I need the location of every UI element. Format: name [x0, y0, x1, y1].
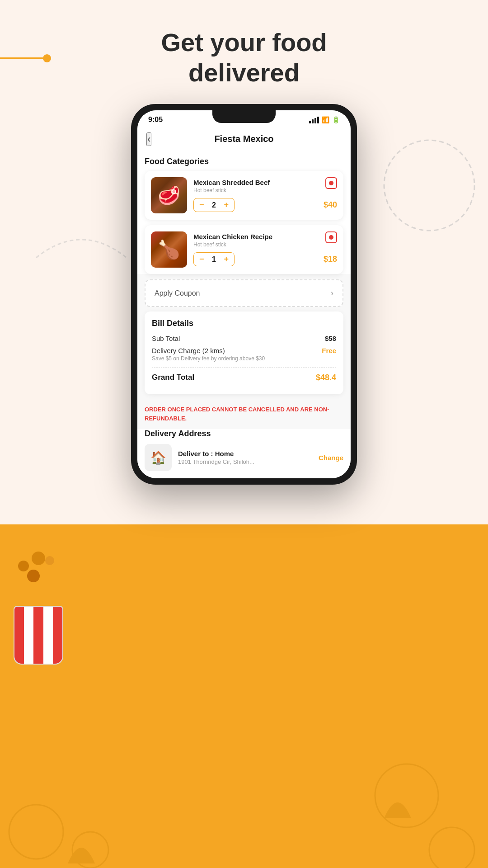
food-categories-section: Food Categories 🥩 Mexican Shredded Beef … [137, 151, 351, 274]
bill-delivery-info: Delivery Charge (2 kms) Save $5 on Deliv… [152, 347, 265, 362]
delivery-place-label: Deliver to : Home [178, 450, 312, 458]
food-desc-chicken: Hot beef stick [193, 241, 337, 248]
delivery-info: Deliver to : Home 1901 Thornridge Cir, S… [178, 450, 312, 465]
food-name-chicken: Mexican Chicken Recipe [193, 233, 337, 241]
qty-increase-beef[interactable]: + [224, 200, 229, 210]
bill-subtotal-row: Sub Total $58 [152, 335, 336, 342]
remove-dot [329, 181, 333, 185]
food-image-beef: 🥩 [151, 177, 187, 213]
signal-icon [309, 117, 319, 123]
food-desc-beef: Hot beef stick [193, 187, 337, 193]
food-item-beef: 🥩 Mexican Shredded Beef Hot beef stick −… [145, 171, 343, 220]
page-title: Fiesta Mexico [214, 134, 273, 144]
delivery-address-text: 1901 Thornridge Cir, Shiloh... [178, 458, 312, 465]
status-time: 9:05 [148, 116, 163, 124]
qty-control-chicken: − 1 + [193, 252, 235, 266]
warning-text: ORDER ONCE PLACED CANNOT BE CANCELLED AN… [137, 399, 351, 429]
wifi-icon: 📶 [322, 116, 329, 123]
qty-number-chicken: 1 [210, 255, 219, 264]
grand-total-value: $48.4 [316, 373, 336, 382]
grand-total-label: Grand Total [152, 373, 194, 382]
headline-line1: Get your food [0, 27, 488, 57]
headline: Get your food delivered [0, 27, 488, 88]
delivery-section: Delivery Address 🏠 Deliver to : Home 190… [137, 429, 351, 478]
home-icon: 🏠 [150, 450, 166, 465]
delivery-title: Delivery Address [145, 429, 343, 439]
coupon-label: Apply Coupon [155, 289, 200, 297]
bill-subtotal-value: $58 [325, 335, 336, 342]
svg-point-3 [429, 827, 474, 868]
remove-button-chicken[interactable] [325, 231, 337, 243]
coupon-section: Apply Coupon › [145, 279, 343, 307]
food-name-beef: Mexican Shredded Beef [193, 179, 337, 186]
bill-divider [152, 367, 336, 368]
bill-title: Bill Details [152, 319, 336, 328]
bill-delivery-value: Free [322, 347, 336, 354]
qty-increase-chicken[interactable]: + [224, 255, 229, 264]
food-decoration [9, 552, 81, 665]
food-item-chicken: 🍗 Mexican Chicken Recipe Hot beef stick … [145, 225, 343, 274]
bill-section: Bill Details Sub Total $58 Delivery Char… [145, 311, 343, 394]
dashed-circle [380, 136, 479, 235]
battery-icon: 🔋 [332, 116, 340, 123]
food-price-chicken: $18 [324, 255, 337, 264]
bill-subtotal-label: Sub Total [152, 335, 180, 342]
svg-point-4 [384, 140, 474, 231]
change-address-button[interactable]: Change [319, 454, 343, 462]
remove-dot-2 [329, 235, 333, 240]
app-header: ‹ Fiesta Mexico [137, 127, 351, 151]
food-info-beef: Mexican Shredded Beef Hot beef stick − 2… [193, 179, 337, 212]
bill-total-row: Grand Total $48.4 [152, 373, 336, 382]
delivery-card: 🏠 Deliver to : Home 1901 Thornridge Cir,… [145, 444, 343, 471]
food-info-chicken: Mexican Chicken Recipe Hot beef stick − … [193, 233, 337, 266]
food-image-chicken: 🍗 [151, 231, 187, 268]
bill-delivery-note: Save $5 on Delivery fee by ordering abov… [152, 355, 265, 362]
qty-number-beef: 2 [210, 201, 219, 209]
delivery-icon: 🏠 [145, 444, 172, 471]
back-button[interactable]: ‹ [146, 132, 151, 146]
bill-delivery-row: Delivery Charge (2 kms) Save $5 on Deliv… [152, 347, 336, 362]
food-bottom-chicken: − 1 + $18 [193, 252, 337, 266]
qty-control-beef: − 2 + [193, 198, 235, 212]
section-title-food: Food Categories [145, 151, 343, 171]
bill-delivery-label: Delivery Charge (2 kms) [152, 347, 265, 354]
qty-decrease-chicken[interactable]: − [199, 255, 204, 264]
svg-point-0 [9, 805, 63, 859]
coupon-chevron-icon: › [331, 288, 333, 298]
headline-line2: delivered [0, 57, 488, 88]
phone-frame: 9:05 📶 🔋 ‹ Fiesta Mexico [131, 104, 357, 485]
status-icons: 📶 🔋 [309, 116, 340, 123]
food-bottom-beef: − 2 + $40 [193, 198, 337, 212]
qty-decrease-beef[interactable]: − [199, 200, 204, 210]
phone-notch [212, 110, 276, 123]
apply-coupon-row[interactable]: Apply Coupon › [145, 280, 343, 306]
food-price-beef: $40 [324, 200, 337, 210]
remove-button-beef[interactable] [325, 177, 337, 189]
dashed-arc [36, 222, 127, 267]
